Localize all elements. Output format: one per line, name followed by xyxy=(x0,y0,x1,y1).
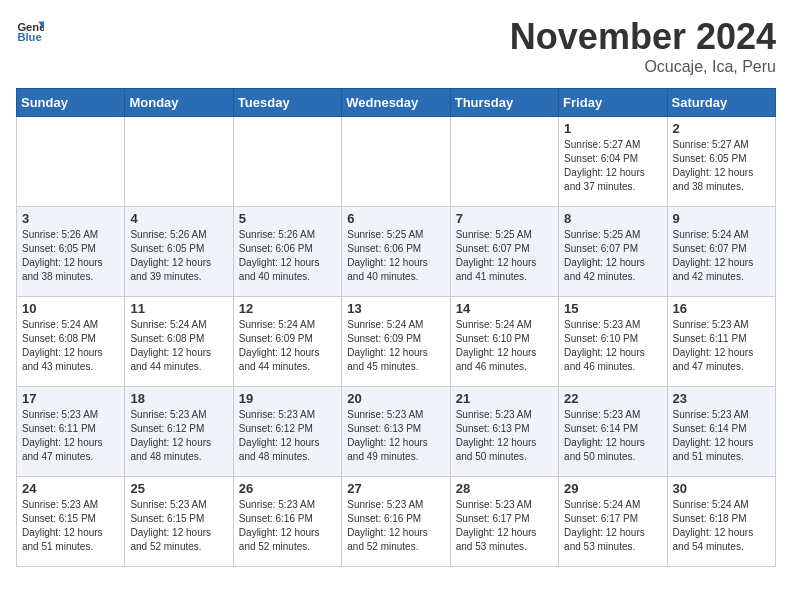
day-number: 20 xyxy=(347,391,444,406)
day-info: Sunrise: 5:24 AM Sunset: 6:09 PM Dayligh… xyxy=(239,318,336,374)
day-number: 4 xyxy=(130,211,227,226)
logo: General Blue xyxy=(16,16,44,44)
calendar-cell: 19Sunrise: 5:23 AM Sunset: 6:12 PM Dayli… xyxy=(233,387,341,477)
calendar-week-2: 3Sunrise: 5:26 AM Sunset: 6:05 PM Daylig… xyxy=(17,207,776,297)
calendar-cell: 28Sunrise: 5:23 AM Sunset: 6:17 PM Dayli… xyxy=(450,477,558,567)
day-info: Sunrise: 5:23 AM Sunset: 6:16 PM Dayligh… xyxy=(239,498,336,554)
calendar-cell: 3Sunrise: 5:26 AM Sunset: 6:05 PM Daylig… xyxy=(17,207,125,297)
day-number: 24 xyxy=(22,481,119,496)
weekday-header-friday: Friday xyxy=(559,89,667,117)
calendar-cell: 20Sunrise: 5:23 AM Sunset: 6:13 PM Dayli… xyxy=(342,387,450,477)
calendar-week-4: 17Sunrise: 5:23 AM Sunset: 6:11 PM Dayli… xyxy=(17,387,776,477)
calendar-cell: 6Sunrise: 5:25 AM Sunset: 6:06 PM Daylig… xyxy=(342,207,450,297)
calendar-cell: 22Sunrise: 5:23 AM Sunset: 6:14 PM Dayli… xyxy=(559,387,667,477)
weekday-header-saturday: Saturday xyxy=(667,89,775,117)
day-number: 13 xyxy=(347,301,444,316)
calendar-cell: 26Sunrise: 5:23 AM Sunset: 6:16 PM Dayli… xyxy=(233,477,341,567)
day-number: 19 xyxy=(239,391,336,406)
calendar-cell: 11Sunrise: 5:24 AM Sunset: 6:08 PM Dayli… xyxy=(125,297,233,387)
calendar-cell xyxy=(17,117,125,207)
day-number: 10 xyxy=(22,301,119,316)
day-info: Sunrise: 5:26 AM Sunset: 6:05 PM Dayligh… xyxy=(130,228,227,284)
calendar-cell xyxy=(342,117,450,207)
day-number: 25 xyxy=(130,481,227,496)
day-info: Sunrise: 5:25 AM Sunset: 6:07 PM Dayligh… xyxy=(564,228,661,284)
day-info: Sunrise: 5:24 AM Sunset: 6:18 PM Dayligh… xyxy=(673,498,770,554)
calendar-cell: 13Sunrise: 5:24 AM Sunset: 6:09 PM Dayli… xyxy=(342,297,450,387)
day-number: 8 xyxy=(564,211,661,226)
day-info: Sunrise: 5:23 AM Sunset: 6:16 PM Dayligh… xyxy=(347,498,444,554)
weekday-header-monday: Monday xyxy=(125,89,233,117)
day-number: 29 xyxy=(564,481,661,496)
weekday-header-sunday: Sunday xyxy=(17,89,125,117)
day-number: 5 xyxy=(239,211,336,226)
calendar-cell: 23Sunrise: 5:23 AM Sunset: 6:14 PM Dayli… xyxy=(667,387,775,477)
calendar-week-1: 1Sunrise: 5:27 AM Sunset: 6:04 PM Daylig… xyxy=(17,117,776,207)
logo-icon: General Blue xyxy=(16,16,44,44)
calendar-cell: 30Sunrise: 5:24 AM Sunset: 6:18 PM Dayli… xyxy=(667,477,775,567)
calendar-cell: 4Sunrise: 5:26 AM Sunset: 6:05 PM Daylig… xyxy=(125,207,233,297)
svg-text:Blue: Blue xyxy=(17,31,41,43)
day-info: Sunrise: 5:23 AM Sunset: 6:11 PM Dayligh… xyxy=(22,408,119,464)
calendar-cell xyxy=(233,117,341,207)
day-number: 14 xyxy=(456,301,553,316)
day-info: Sunrise: 5:23 AM Sunset: 6:12 PM Dayligh… xyxy=(130,408,227,464)
day-info: Sunrise: 5:23 AM Sunset: 6:17 PM Dayligh… xyxy=(456,498,553,554)
month-title: November 2024 xyxy=(510,16,776,58)
day-info: Sunrise: 5:24 AM Sunset: 6:08 PM Dayligh… xyxy=(130,318,227,374)
day-info: Sunrise: 5:25 AM Sunset: 6:06 PM Dayligh… xyxy=(347,228,444,284)
day-number: 21 xyxy=(456,391,553,406)
day-info: Sunrise: 5:27 AM Sunset: 6:05 PM Dayligh… xyxy=(673,138,770,194)
day-info: Sunrise: 5:23 AM Sunset: 6:13 PM Dayligh… xyxy=(347,408,444,464)
day-info: Sunrise: 5:26 AM Sunset: 6:06 PM Dayligh… xyxy=(239,228,336,284)
day-info: Sunrise: 5:24 AM Sunset: 6:10 PM Dayligh… xyxy=(456,318,553,374)
day-info: Sunrise: 5:24 AM Sunset: 6:07 PM Dayligh… xyxy=(673,228,770,284)
page-header: General Blue November 2024 Ocucaje, Ica,… xyxy=(16,16,776,76)
calendar-cell: 2Sunrise: 5:27 AM Sunset: 6:05 PM Daylig… xyxy=(667,117,775,207)
calendar-cell: 1Sunrise: 5:27 AM Sunset: 6:04 PM Daylig… xyxy=(559,117,667,207)
day-number: 26 xyxy=(239,481,336,496)
day-info: Sunrise: 5:23 AM Sunset: 6:15 PM Dayligh… xyxy=(22,498,119,554)
calendar-cell xyxy=(450,117,558,207)
calendar-cell: 25Sunrise: 5:23 AM Sunset: 6:15 PM Dayli… xyxy=(125,477,233,567)
day-info: Sunrise: 5:23 AM Sunset: 6:13 PM Dayligh… xyxy=(456,408,553,464)
day-number: 23 xyxy=(673,391,770,406)
weekday-header-wednesday: Wednesday xyxy=(342,89,450,117)
calendar-cell: 21Sunrise: 5:23 AM Sunset: 6:13 PM Dayli… xyxy=(450,387,558,477)
calendar-cell: 29Sunrise: 5:24 AM Sunset: 6:17 PM Dayli… xyxy=(559,477,667,567)
calendar-cell xyxy=(125,117,233,207)
day-number: 30 xyxy=(673,481,770,496)
day-info: Sunrise: 5:23 AM Sunset: 6:14 PM Dayligh… xyxy=(564,408,661,464)
day-info: Sunrise: 5:24 AM Sunset: 6:09 PM Dayligh… xyxy=(347,318,444,374)
day-number: 9 xyxy=(673,211,770,226)
calendar-cell: 14Sunrise: 5:24 AM Sunset: 6:10 PM Dayli… xyxy=(450,297,558,387)
title-block: November 2024 Ocucaje, Ica, Peru xyxy=(510,16,776,76)
day-number: 18 xyxy=(130,391,227,406)
calendar-cell: 10Sunrise: 5:24 AM Sunset: 6:08 PM Dayli… xyxy=(17,297,125,387)
day-info: Sunrise: 5:23 AM Sunset: 6:10 PM Dayligh… xyxy=(564,318,661,374)
calendar-cell: 15Sunrise: 5:23 AM Sunset: 6:10 PM Dayli… xyxy=(559,297,667,387)
day-number: 1 xyxy=(564,121,661,136)
day-number: 7 xyxy=(456,211,553,226)
calendar-table: SundayMondayTuesdayWednesdayThursdayFrid… xyxy=(16,88,776,567)
day-number: 3 xyxy=(22,211,119,226)
day-info: Sunrise: 5:27 AM Sunset: 6:04 PM Dayligh… xyxy=(564,138,661,194)
day-number: 12 xyxy=(239,301,336,316)
day-info: Sunrise: 5:23 AM Sunset: 6:15 PM Dayligh… xyxy=(130,498,227,554)
day-info: Sunrise: 5:23 AM Sunset: 6:12 PM Dayligh… xyxy=(239,408,336,464)
calendar-cell: 17Sunrise: 5:23 AM Sunset: 6:11 PM Dayli… xyxy=(17,387,125,477)
day-number: 6 xyxy=(347,211,444,226)
day-info: Sunrise: 5:24 AM Sunset: 6:17 PM Dayligh… xyxy=(564,498,661,554)
calendar-cell: 9Sunrise: 5:24 AM Sunset: 6:07 PM Daylig… xyxy=(667,207,775,297)
day-number: 15 xyxy=(564,301,661,316)
day-info: Sunrise: 5:23 AM Sunset: 6:14 PM Dayligh… xyxy=(673,408,770,464)
day-number: 11 xyxy=(130,301,227,316)
calendar-week-5: 24Sunrise: 5:23 AM Sunset: 6:15 PM Dayli… xyxy=(17,477,776,567)
calendar-cell: 16Sunrise: 5:23 AM Sunset: 6:11 PM Dayli… xyxy=(667,297,775,387)
weekday-header-row: SundayMondayTuesdayWednesdayThursdayFrid… xyxy=(17,89,776,117)
day-number: 17 xyxy=(22,391,119,406)
calendar-cell: 5Sunrise: 5:26 AM Sunset: 6:06 PM Daylig… xyxy=(233,207,341,297)
calendar-cell: 24Sunrise: 5:23 AM Sunset: 6:15 PM Dayli… xyxy=(17,477,125,567)
location-title: Ocucaje, Ica, Peru xyxy=(510,58,776,76)
calendar-cell: 27Sunrise: 5:23 AM Sunset: 6:16 PM Dayli… xyxy=(342,477,450,567)
